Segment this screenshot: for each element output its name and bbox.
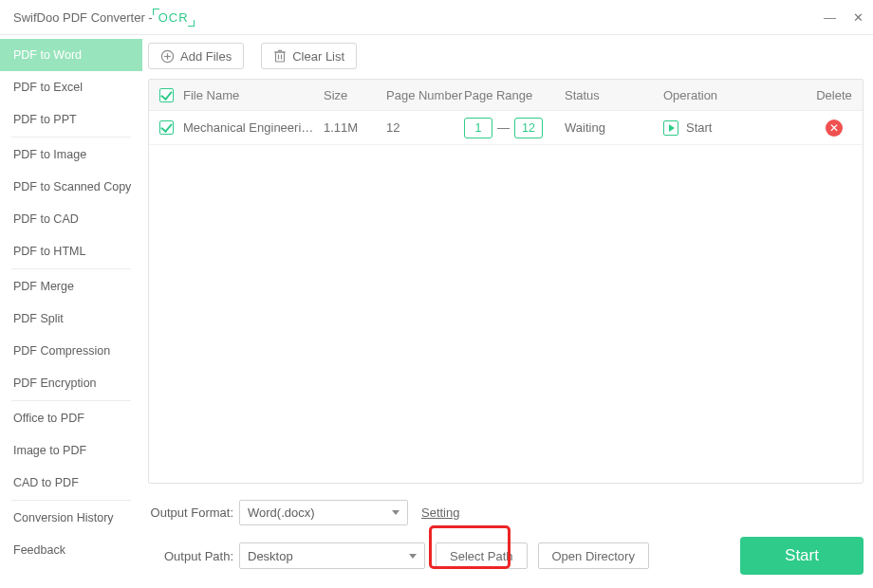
open-directory-button[interactable]: Open Directory	[538, 542, 649, 569]
sidebar-item-pdf-merge[interactable]: PDF Merge	[0, 270, 142, 303]
cell-file-name: Mechanical Engineering...	[183, 120, 324, 135]
table-header: File Name Size Page Number Page Range St…	[149, 80, 863, 111]
sidebar-item-pdf-to-html[interactable]: PDF to HTML	[0, 235, 142, 267]
output-format-value: Word(.docx)	[248, 505, 315, 520]
cell-page-range: 1 — 12	[464, 118, 565, 138]
sidebar-item-pdf-to-ppt[interactable]: PDF to PPT	[0, 103, 142, 136]
col-operation: Operation	[663, 88, 806, 102]
sidebar-item-pdf-to-scanned-copy[interactable]: PDF to Scanned Copy	[0, 171, 142, 203]
add-files-button[interactable]: Add Files	[148, 43, 244, 69]
select-path-button[interactable]: Select Path	[436, 542, 528, 569]
start-button[interactable]: Start	[740, 537, 864, 575]
range-dash: —	[497, 120, 510, 135]
cell-operation[interactable]: Start	[663, 120, 806, 136]
toolbar: Add Files Clear List	[148, 43, 864, 69]
close-icon[interactable]: ✕	[853, 10, 864, 25]
output-panel: Output Format: Word(.docx) Setting Outpu…	[148, 484, 864, 575]
table-row: Mechanical Engineering... 1.11M 12 1 — 1…	[149, 111, 863, 145]
sidebar-item-pdf-encryption[interactable]: PDF Encryption	[0, 367, 142, 399]
sidebar-item-image-to-pdf[interactable]: Image to PDF	[0, 434, 142, 467]
col-status: Status	[565, 88, 663, 102]
cell-status: Waiting	[565, 120, 663, 135]
sidebar-divider	[11, 400, 131, 401]
sidebar-divider	[11, 500, 131, 501]
minimize-icon[interactable]: —	[824, 10, 836, 25]
svg-rect-3	[276, 52, 285, 62]
col-page-range: Page Range	[464, 88, 565, 102]
operation-label: Start	[686, 120, 712, 135]
sidebar-item-pdf-to-word[interactable]: PDF to Word	[0, 39, 142, 71]
cell-page-number: 12	[386, 120, 464, 135]
output-path-label: Output Path:	[148, 549, 233, 563]
sidebar: PDF to WordPDF to ExcelPDF to PPTPDF to …	[0, 35, 142, 588]
title-bar: SwifDoo PDF Converter - OCR — ✕	[0, 0, 873, 34]
output-path-select[interactable]: Desktop	[239, 542, 425, 569]
trash-icon	[273, 49, 287, 64]
play-icon	[663, 120, 678, 136]
main-panel: Add Files Clear List File Name Size Page…	[142, 35, 873, 588]
chevron-down-icon	[392, 510, 399, 515]
sidebar-item-pdf-to-cad[interactable]: PDF to CAD	[0, 203, 142, 235]
row-checkbox[interactable]	[159, 120, 174, 135]
output-format-select[interactable]: Word(.docx)	[239, 500, 408, 525]
range-from-input[interactable]: 1	[464, 118, 492, 138]
sidebar-divider	[11, 268, 131, 269]
sidebar-item-pdf-to-excel[interactable]: PDF to Excel	[0, 71, 142, 103]
sidebar-item-pdf-compression[interactable]: PDF Compression	[0, 335, 142, 367]
sidebar-item-pdf-split[interactable]: PDF Split	[0, 303, 142, 335]
chevron-down-icon	[409, 554, 417, 559]
select-all-checkbox[interactable]	[159, 88, 174, 102]
delete-row-button[interactable]: ✕	[826, 119, 843, 137]
setting-link[interactable]: Setting	[421, 505, 459, 520]
sidebar-item-office-to-pdf[interactable]: Office to PDF	[0, 402, 142, 434]
col-delete: Delete	[806, 88, 863, 102]
clear-list-label: Clear List	[292, 49, 344, 64]
sidebar-item-feedback[interactable]: Feedback	[0, 534, 142, 566]
sidebar-item-pdf-to-image[interactable]: PDF to Image	[0, 138, 142, 171]
file-table: File Name Size Page Number Page Range St…	[148, 79, 864, 484]
sidebar-divider	[11, 137, 131, 138]
col-page-number: Page Number	[386, 88, 464, 102]
app-title: SwifDoo PDF Converter -	[13, 10, 153, 25]
col-size: Size	[324, 88, 386, 102]
output-path-value: Desktop	[248, 549, 293, 563]
sidebar-item-conversion-history[interactable]: Conversion History	[0, 502, 142, 534]
cell-size: 1.11M	[324, 120, 386, 135]
add-files-label: Add Files	[180, 49, 232, 64]
col-file-name: File Name	[183, 88, 324, 102]
plus-circle-icon	[160, 49, 175, 64]
ocr-badge[interactable]: OCR	[155, 10, 193, 25]
output-format-label: Output Format:	[148, 505, 233, 520]
range-to-input[interactable]: 12	[514, 118, 543, 138]
sidebar-item-cad-to-pdf[interactable]: CAD to PDF	[0, 467, 142, 499]
clear-list-button[interactable]: Clear List	[261, 43, 357, 69]
